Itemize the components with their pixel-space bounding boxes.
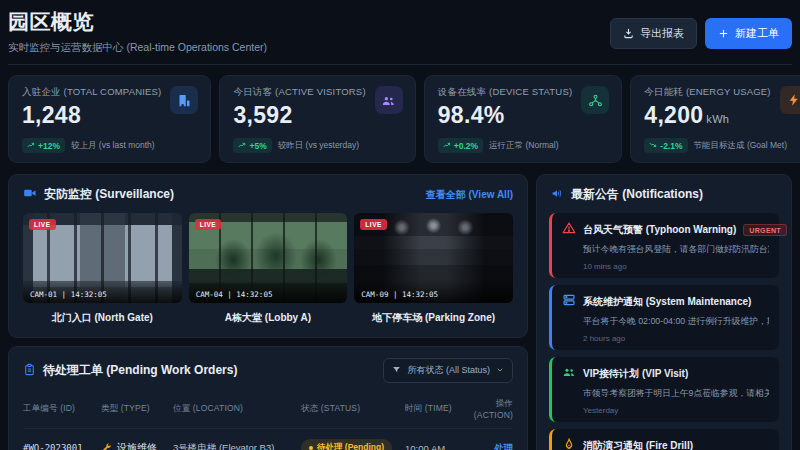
urgent-badge: URGENT xyxy=(743,224,787,236)
col-id: 工单编号 (ID) xyxy=(23,403,101,415)
stat-note: 较昨日 (vs yesterday) xyxy=(278,140,359,152)
stat-card-energy: 今日能耗 (ENERGY USAGE) 4,200kWh -2.1% 节能目标达… xyxy=(630,75,800,163)
delta-badge: +5% xyxy=(233,138,271,153)
stat-card-devices: 设备在线率 (DEVICE STATUS) 98.4% +0.2% 运行正常 (… xyxy=(424,75,623,163)
camera-feed: LIVE CAM-01 | 14:32:05 xyxy=(23,213,182,303)
page-title: 园区概览 xyxy=(8,8,267,36)
camera-tile-parking[interactable]: LIVE CAM-09 | 14:32:05 地下停车场 (Parking Zo… xyxy=(354,213,513,325)
live-badge: LIVE xyxy=(360,219,387,230)
trend-up-icon xyxy=(238,141,246,151)
header-divider xyxy=(8,64,792,65)
warning-triangle-icon xyxy=(562,221,576,239)
surveillance-panel: 安防监控 (Surveillance) 查看全部 (View All) LIVE… xyxy=(8,174,528,338)
delta-badge: +0.2% xyxy=(438,138,483,153)
dashboard-page: 园区概览 实时监控与运营数据中心 (Real-time Operations C… xyxy=(0,0,800,450)
stat-label: 今日能耗 (ENERGY USAGE) xyxy=(644,86,800,99)
new-work-order-button[interactable]: 新建工单 xyxy=(705,18,792,49)
work-orders-table: 工单编号 (ID) 类型 (TYPE) 位置 (LOCATION) 状态 (ST… xyxy=(9,391,527,450)
col-type: 类型 (TYPE) xyxy=(101,403,173,415)
notification-time: 2 hours ago xyxy=(562,334,769,343)
server-icon xyxy=(562,293,576,311)
notification-vip[interactable]: VIP接待计划 (VIP Visit) 市领导考察团将于明日上午9点莅临参观，请… xyxy=(549,357,779,422)
notification-title: VIP接待计划 (VIP Visit) xyxy=(583,367,688,381)
live-badge: LIVE xyxy=(195,219,222,230)
video-camera-icon xyxy=(23,186,37,203)
col-location: 位置 (LOCATION) xyxy=(173,403,301,415)
export-report-button[interactable]: 导出报表 xyxy=(610,18,697,49)
notification-time: Yesterday xyxy=(562,406,769,415)
stat-note: 运行正常 (Normal) xyxy=(489,140,558,152)
notification-body: 预计今晚有强台风登陆，请各部门做好防汛防台准备工作。 xyxy=(562,244,769,256)
work-orders-panel: 待处理工单 (Pending Work Orders) 所有状态 (All St… xyxy=(8,346,528,450)
trend-up-icon xyxy=(443,141,451,151)
building-icon xyxy=(170,86,198,114)
notifications-panel: 最新公告 (Notifications) 台风天气预警 (Typhoon War… xyxy=(536,174,792,450)
camera-tile-north-gate[interactable]: LIVE CAM-01 | 14:32:05 北门入口 (North Gate) xyxy=(23,213,182,325)
camera-feed: LIVE CAM-04 | 14:32:05 xyxy=(189,213,348,303)
status-dot xyxy=(309,446,313,450)
page-header: 园区概览 实时监控与运营数据中心 (Real-time Operations C… xyxy=(8,8,792,55)
order-id: #WO-2023001 xyxy=(23,443,101,450)
work-orders-title: 待处理工单 (Pending Work Orders) xyxy=(43,362,237,379)
notification-body: 平台将于今晚 02:00-04:00 进行例行升级维护，期间服务可能中断。 xyxy=(562,316,769,328)
order-type: 设施维修 xyxy=(101,441,173,450)
camera-feed: LIVE CAM-09 | 14:32:05 xyxy=(354,213,513,303)
trend-up-icon xyxy=(27,141,35,151)
trend-down-icon xyxy=(649,141,657,151)
stat-card-companies: 入驻企业 (TOTAL COMPANIES) 1,248 +12% 较上月 (v… xyxy=(8,75,211,163)
order-location: 3号楼电梯 (Elevator B3) xyxy=(173,442,301,450)
plus-icon xyxy=(718,28,729,39)
flame-icon xyxy=(562,437,576,450)
camera-caption: 地下停车场 (Parking Zone) xyxy=(354,311,513,325)
view-all-link[interactable]: 查看全部 (View All) xyxy=(426,188,513,202)
camera-overlay: CAM-04 | 14:32:05 xyxy=(189,280,348,303)
notification-body: 市领导考察团将于明日上午9点莅临参观，请相关部门做好接待。 xyxy=(562,388,769,400)
notifications-title: 最新公告 (Notifications) xyxy=(571,186,703,203)
delta-badge: -2.1% xyxy=(644,138,687,153)
notification-time: 10 mins ago xyxy=(562,262,769,271)
order-action-link[interactable]: 处理 xyxy=(494,442,513,450)
network-icon xyxy=(581,86,609,114)
users-icon xyxy=(562,365,576,383)
new-work-order-label: 新建工单 xyxy=(735,26,779,41)
wrench-icon xyxy=(101,442,112,450)
clipboard-icon xyxy=(23,363,36,379)
table-row: #WO-2023001 设施维修 3号楼电梯 (Elevator B3) 待处理… xyxy=(23,428,513,450)
order-time: 10:00 AM xyxy=(405,443,467,450)
delta-badge: +12% xyxy=(22,138,65,153)
status-filter-dropdown[interactable]: 所有状态 (All Status) xyxy=(383,358,513,383)
notification-maintenance[interactable]: 系统维护通知 (System Maintenance) 平台将于今晚 02:00… xyxy=(549,285,779,350)
camera-caption: 北门入口 (North Gate) xyxy=(23,311,182,325)
status-filter-label: 所有状态 (All Status) xyxy=(407,364,490,377)
status-badge: 待处理 (Pending) xyxy=(301,439,392,450)
notification-title: 台风天气预警 (Typhoon Warning) xyxy=(583,223,736,237)
camera-caption: A栋大堂 (Lobby A) xyxy=(189,311,348,325)
bolt-icon xyxy=(780,86,800,114)
stat-card-visitors: 今日访客 (ACTIVE VISITORS) 3,592 +5% 较昨日 (vs… xyxy=(219,75,415,163)
col-action: 操作 (ACTION) xyxy=(467,398,513,420)
col-status: 状态 (STATUS) xyxy=(301,403,405,415)
notification-fire-drill[interactable]: 消防演习通知 (Fire Drill) 下周一将在A栋举行全员消防演习，请周知。… xyxy=(549,429,779,450)
stat-note: 节能目标达成 (Goal Met) xyxy=(694,140,788,152)
camera-overlay: CAM-01 | 14:32:05 xyxy=(23,280,182,303)
table-header-row: 工单编号 (ID) 类型 (TYPE) 位置 (LOCATION) 状态 (ST… xyxy=(23,391,513,428)
notification-title: 系统维护通知 (System Maintenance) xyxy=(583,295,751,309)
megaphone-icon xyxy=(551,187,564,203)
export-report-label: 导出报表 xyxy=(640,26,684,41)
stat-note: 较上月 (vs last month) xyxy=(71,140,155,152)
stat-value: 4,200kWh xyxy=(644,102,800,129)
page-subtitle: 实时监控与运营数据中心 (Real-time Operations Center… xyxy=(8,41,267,55)
notification-title: 消防演习通知 (Fire Drill) xyxy=(583,439,693,450)
notification-typhoon[interactable]: 台风天气预警 (Typhoon Warning) URGENT 预计今晚有强台风… xyxy=(549,213,779,278)
surveillance-title: 安防监控 (Surveillance) xyxy=(44,186,174,203)
live-badge: LIVE xyxy=(29,219,56,230)
funnel-icon xyxy=(392,365,401,376)
download-icon xyxy=(623,28,634,39)
users-icon xyxy=(375,86,403,114)
stat-unit: kWh xyxy=(706,113,729,125)
stat-cards: 入驻企业 (TOTAL COMPANIES) 1,248 +12% 较上月 (v… xyxy=(8,75,792,163)
camera-overlay: CAM-09 | 14:32:05 xyxy=(354,280,513,303)
col-time: 时间 (TIME) xyxy=(405,403,467,415)
chevron-down-icon xyxy=(496,366,504,376)
camera-tile-lobby-a[interactable]: LIVE CAM-04 | 14:32:05 A栋大堂 (Lobby A) xyxy=(189,213,348,325)
